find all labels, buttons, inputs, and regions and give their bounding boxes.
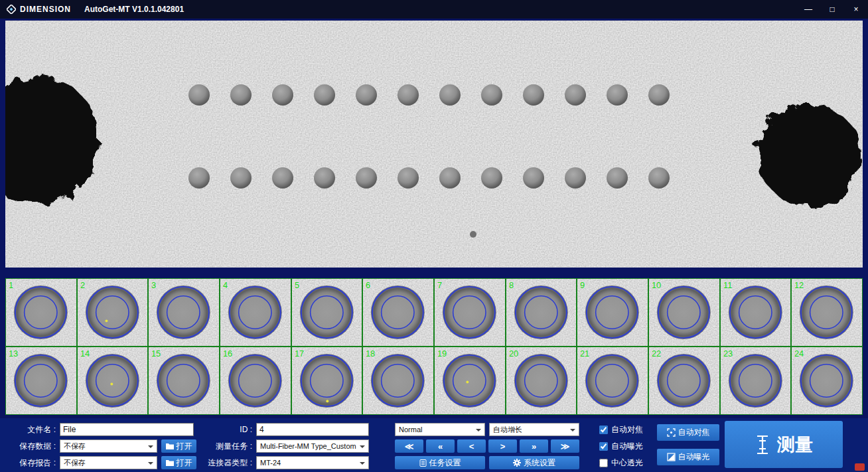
- fiber-thumb-image: 24: [792, 347, 862, 414]
- fiber-hole: [648, 167, 670, 189]
- fiber-thumb-image: 6: [363, 279, 433, 346]
- nav-fast-prev-button[interactable]: «: [426, 439, 455, 453]
- fiber-thumb-image: 19: [435, 347, 505, 414]
- system-settings-label: 系统设置: [524, 457, 555, 469]
- fiber-thumbnail-24[interactable]: 24: [791, 347, 863, 415]
- fiber-hole: [314, 167, 335, 189]
- fiber-thumbnail-22[interactable]: 22: [648, 347, 720, 415]
- nav-next-button[interactable]: >: [488, 439, 517, 453]
- auto-increment-select[interactable]: 自动增长: [489, 423, 579, 436]
- fiber-thumbnail-7[interactable]: 7: [434, 278, 506, 347]
- fiber-hole: [439, 84, 461, 106]
- fiber-thumbnail-1[interactable]: 1: [5, 278, 77, 347]
- nav-last-button[interactable]: ≫: [551, 439, 579, 453]
- fiber-thumb-image: 7: [435, 279, 505, 346]
- autofocus-checkbox-input[interactable]: [599, 426, 608, 434]
- fiber-thumbnail-23[interactable]: 23: [720, 347, 792, 415]
- fiber-thumbnail-18[interactable]: 18: [362, 347, 434, 415]
- save-report-select[interactable]: 不保存: [60, 456, 157, 469]
- thumbnail-number: 23: [723, 349, 733, 358]
- measure-button[interactable]: 测量: [725, 421, 843, 468]
- open-data-button-label: 打开: [177, 441, 192, 452]
- maximize-button[interactable]: □: [820, 0, 844, 19]
- fiber-thumb-image: 16: [220, 347, 291, 414]
- thumbnail-number: 11: [723, 280, 732, 290]
- thumbnail-number: 22: [652, 349, 661, 358]
- fiber-thumb-image: 2: [78, 279, 148, 346]
- thumbnail-number: 5: [295, 280, 299, 290]
- nav-fast-next-button[interactable]: »: [520, 439, 548, 453]
- thumbnail-number: 1: [9, 280, 13, 290]
- fiber-hole: [230, 84, 252, 106]
- checkbox-center-light[interactable]: 中心透光: [599, 456, 643, 469]
- thumbnail-number: 12: [794, 280, 804, 290]
- fiber-hole: [356, 167, 377, 189]
- fiber-hole: [607, 84, 628, 106]
- system-settings-button[interactable]: 系统设置: [489, 456, 579, 469]
- mode-select[interactable]: Normal: [395, 423, 485, 436]
- fiber-thumbnail-15[interactable]: 15: [148, 347, 220, 415]
- fiber-thumbnail-16[interactable]: 16: [220, 347, 291, 415]
- fiber-thumbnail-11[interactable]: 11: [720, 278, 792, 347]
- id-input[interactable]: [256, 423, 369, 436]
- fiber-hole: [523, 167, 544, 189]
- task-settings-label: 任务设置: [429, 457, 461, 469]
- fiber-thumbnail-19[interactable]: 19: [434, 347, 506, 415]
- fiber-hole: [398, 167, 419, 189]
- fiber-thumbnail-6[interactable]: 6: [362, 278, 434, 347]
- fiber-thumb-image: 10: [649, 279, 719, 346]
- fiber-thumbnail-14[interactable]: 14: [77, 347, 149, 415]
- gear-icon: [513, 459, 521, 467]
- measure-task-select[interactable]: Multi-Fiber-MM Type_Custom: [256, 439, 369, 453]
- fiber-hole: [648, 84, 670, 106]
- fiber-thumbnail-10[interactable]: 10: [648, 278, 720, 347]
- fiber-hole: [188, 167, 210, 189]
- fiber-thumb-image: 13: [6, 347, 76, 414]
- dimension-logo: DIMENSION: [7, 5, 71, 14]
- fiber-thumbnail-3[interactable]: 3: [148, 278, 220, 347]
- task-settings-button[interactable]: 任务设置: [395, 456, 485, 469]
- autoexposure-button[interactable]: 自动曝光: [657, 449, 719, 465]
- autofocus-button[interactable]: 自动对焦: [657, 424, 719, 441]
- fiber-thumb-image: 18: [363, 347, 433, 414]
- center-light-checkbox-input[interactable]: [599, 459, 608, 467]
- fiber-thumbnail-5[interactable]: 5: [291, 278, 363, 347]
- fiber-thumb-image: 23: [721, 347, 791, 414]
- fiber-thumbnail-20[interactable]: 20: [506, 347, 577, 415]
- folder-icon: [166, 459, 174, 466]
- fiber-thumb-image: 14: [78, 347, 148, 414]
- thumbnail-number: 4: [223, 280, 228, 290]
- open-data-button[interactable]: 打开: [161, 439, 196, 453]
- fiber-thumbnail-17[interactable]: 17: [291, 347, 363, 415]
- minimize-button[interactable]: —: [796, 0, 820, 19]
- fiber-thumbnail-12[interactable]: 12: [791, 278, 863, 347]
- fiber-hole: [481, 167, 502, 189]
- nav-prev-button[interactable]: <: [457, 439, 486, 453]
- fiber-thumb-image: 3: [149, 279, 219, 346]
- fiber-thumbnail-2[interactable]: 2: [77, 278, 149, 347]
- checkbox-autofocus[interactable]: 自动对焦: [599, 423, 643, 436]
- fiber-thumbnail-9[interactable]: 9: [577, 278, 648, 347]
- connector-type-value: MT-24: [260, 459, 281, 467]
- close-button[interactable]: ×: [844, 0, 868, 19]
- save-data-select[interactable]: 不保存: [60, 439, 157, 453]
- fiber-thumbnail-8[interactable]: 8: [506, 278, 577, 347]
- thumbnail-number: 15: [151, 349, 161, 358]
- fiber-thumbnail-13[interactable]: 13: [5, 347, 77, 415]
- fiber-hole: [272, 167, 293, 189]
- folder-icon: [166, 443, 174, 449]
- app-title: AutoGet-MT V1.0.1.042801: [84, 5, 184, 14]
- autoexposure-checkbox-label: 自动曝光: [611, 441, 643, 452]
- fiber-thumbnail-21[interactable]: 21: [577, 347, 648, 415]
- checkbox-autoexposure[interactable]: 自动曝光: [599, 439, 643, 453]
- camera-view: [5, 21, 863, 268]
- thumbnail-number: 6: [366, 280, 370, 290]
- measure-task-value: Multi-Fiber-MM Type_Custom: [260, 442, 356, 450]
- autoexposure-checkbox-input[interactable]: [599, 442, 608, 451]
- fiber-thumb-image: 11: [721, 279, 791, 346]
- fiber-hole: [230, 167, 252, 189]
- nav-first-button[interactable]: ≪: [395, 439, 423, 453]
- connector-type-select[interactable]: MT-24: [256, 456, 369, 469]
- fiber-thumbnail-4[interactable]: 4: [220, 278, 291, 347]
- file-name-input[interactable]: [60, 423, 194, 436]
